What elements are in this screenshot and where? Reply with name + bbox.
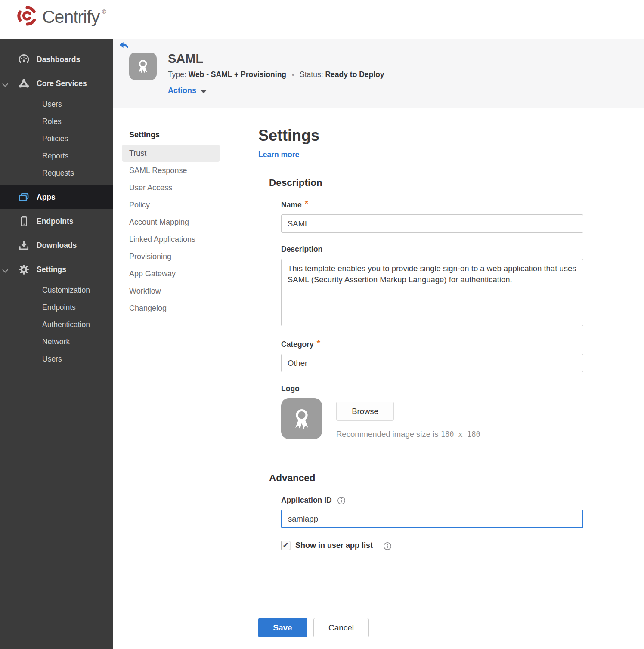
- downloads-icon: [18, 240, 30, 251]
- main-content: Settings Trust SAML Response User Access…: [113, 108, 644, 649]
- settings-icon: [18, 264, 30, 275]
- sidebar-item-dashboards[interactable]: Dashboards: [0, 47, 113, 71]
- brand-name: Centrify: [42, 7, 99, 27]
- name-input[interactable]: [281, 214, 583, 233]
- sidebar-item-downloads[interactable]: Downloads: [0, 233, 113, 257]
- sidebar-item-policies[interactable]: Policies: [0, 130, 113, 147]
- logo-field-group: Logo Browse Recommended image size is 18…: [281, 384, 583, 439]
- application-id-label: Application ID: [281, 496, 583, 505]
- description-field-group: Description This template enables you to…: [281, 245, 583, 328]
- subnav-item-saml-response[interactable]: SAML Response: [122, 162, 220, 179]
- vertical-divider: [237, 130, 237, 603]
- sidebar-item-reports[interactable]: Reports: [0, 147, 113, 164]
- description-textarea[interactable]: This template enables you to provide sin…: [281, 259, 583, 326]
- type-value: Web - SAML + Provisioning: [189, 70, 286, 79]
- sidebar-item-roles[interactable]: Roles: [0, 113, 113, 130]
- subnav-header: Settings: [122, 127, 220, 145]
- sidebar: Dashboards Core Services Users Roles Pol…: [0, 39, 113, 649]
- sidebar-item-authentication[interactable]: Authentication: [0, 316, 113, 333]
- info-icon[interactable]: [383, 542, 392, 550]
- sidebar-item-apps[interactable]: Apps: [0, 185, 113, 209]
- status-value: Ready to Deploy: [325, 70, 384, 79]
- subnav-item-user-access[interactable]: User Access: [122, 179, 220, 196]
- name-label: Name *: [281, 201, 583, 210]
- description-label: Description: [281, 245, 583, 254]
- sidebar-item-label: Dashboards: [37, 55, 80, 64]
- sidebar-item-label: Downloads: [37, 241, 77, 250]
- advanced-section-heading: Advanced: [269, 473, 585, 484]
- required-asterisk: *: [317, 340, 320, 346]
- subnav-item-app-gateway[interactable]: App Gateway: [122, 265, 220, 282]
- type-label: Type:: [168, 70, 186, 79]
- sidebar-item-settings-endpoints[interactable]: Endpoints: [0, 299, 113, 316]
- centrify-logo: Centrify ®: [15, 4, 107, 29]
- subnav-item-provisioning[interactable]: Provisioning: [122, 248, 220, 265]
- app-title: SAML: [168, 52, 203, 66]
- core-services-icon: [18, 78, 30, 90]
- subnav-item-linked-applications[interactable]: Linked Applications: [122, 231, 220, 248]
- sidebar-item-label: Apps: [37, 193, 56, 202]
- sidebar-item-settings-users[interactable]: Users: [0, 350, 113, 368]
- sidebar-item-requests[interactable]: Requests: [0, 164, 113, 182]
- required-asterisk: *: [305, 201, 308, 207]
- chevron-down-icon[interactable]: [2, 267, 8, 272]
- sidebar-item-users[interactable]: Users: [0, 96, 113, 113]
- registered-mark: ®: [102, 9, 106, 15]
- application-id-field-group: Application ID: [281, 496, 583, 528]
- category-field-group: Category *: [281, 340, 583, 372]
- settings-subnav: Settings Trust SAML Response User Access…: [122, 127, 220, 317]
- cancel-button[interactable]: Cancel: [313, 618, 369, 637]
- sidebar-item-customization[interactable]: Customization: [0, 281, 113, 299]
- sidebar-item-settings[interactable]: Settings: [0, 257, 113, 281]
- show-in-user-app-list-label: Show in user app list: [295, 541, 373, 550]
- sidebar-item-core-services[interactable]: Core Services: [0, 71, 113, 96]
- show-in-user-app-list-group: Show in user app list: [281, 541, 583, 550]
- form-footer: Save Cancel: [258, 618, 585, 637]
- separator-dot: •: [292, 71, 294, 78]
- category-label: Category *: [281, 340, 583, 349]
- sidebar-item-label: Settings: [37, 265, 66, 274]
- info-icon[interactable]: [337, 496, 346, 505]
- logo-preview-icon: [281, 398, 322, 439]
- logo-label: Logo: [281, 384, 583, 393]
- application-id-input[interactable]: [281, 510, 583, 528]
- sidebar-item-network[interactable]: Network: [0, 333, 113, 350]
- app-logo-icon: [129, 53, 157, 80]
- app-type-status-line: Type: Web - SAML + Provisioning • Status…: [168, 70, 384, 79]
- app-header: SAML Type: Web - SAML + Provisioning • S…: [113, 39, 644, 108]
- show-in-user-app-list-checkbox[interactable]: [281, 541, 290, 550]
- chevron-down-icon[interactable]: [2, 81, 8, 86]
- centrify-swirl-icon: [15, 4, 39, 29]
- dashboards-icon: [18, 54, 30, 65]
- endpoints-icon: [18, 216, 30, 227]
- settings-form: Settings Learn more Description Name * D…: [258, 127, 585, 637]
- sidebar-item-label: Core Services: [37, 79, 87, 88]
- description-section-heading: Description: [269, 177, 585, 189]
- status-label: Status:: [300, 70, 323, 79]
- category-input[interactable]: [281, 354, 583, 372]
- sidebar-item-label: Endpoints: [37, 217, 74, 226]
- subnav-item-account-mapping[interactable]: Account Mapping: [122, 213, 220, 231]
- sidebar-item-endpoints[interactable]: Endpoints: [0, 209, 113, 233]
- actions-label: Actions: [168, 86, 196, 95]
- top-bar: Centrify ®: [0, 0, 644, 39]
- apps-icon: [18, 192, 30, 203]
- save-button[interactable]: Save: [258, 618, 307, 637]
- subnav-item-workflow[interactable]: Workflow: [122, 282, 220, 300]
- back-button[interactable]: [118, 41, 130, 51]
- learn-more-link[interactable]: Learn more: [258, 150, 299, 159]
- actions-menu-button[interactable]: Actions: [168, 86, 207, 95]
- logo-size-hint: Recommended image size is 180 x 180: [336, 430, 480, 439]
- page-title: Settings: [258, 127, 585, 145]
- subnav-item-changelog[interactable]: Changelog: [122, 300, 220, 317]
- caret-down-icon: [200, 90, 207, 93]
- subnav-item-trust[interactable]: Trust: [122, 145, 220, 162]
- subnav-item-policy[interactable]: Policy: [122, 196, 220, 213]
- browse-button[interactable]: Browse: [336, 402, 394, 421]
- name-field-group: Name *: [281, 201, 583, 233]
